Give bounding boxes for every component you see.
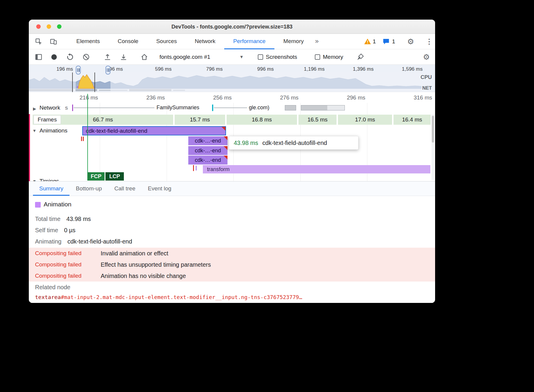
frame-duration: 16.5 ms <box>307 116 328 123</box>
timeline-overview[interactable]: 196 ms 396 ms 596 ms 796 ms 996 ms 1,196… <box>29 65 435 92</box>
overview-time-label: 796 ms <box>206 66 223 72</box>
overview-time-label: 596 ms <box>155 66 172 72</box>
scrollbar-thumb[interactable] <box>432 116 434 143</box>
inspect-element-icon[interactable] <box>35 38 42 45</box>
capture-settings-gear-icon[interactable]: ⚙ <box>423 49 430 65</box>
tab-memory[interactable]: Memory <box>274 34 313 49</box>
zoom-window-button[interactable] <box>57 24 61 29</box>
network-request-tick[interactable] <box>212 105 213 111</box>
overview-time-label: 1,196 ms <box>304 66 325 72</box>
download-profile-icon[interactable] <box>120 53 127 61</box>
animations-expander-icon[interactable]: ▼ <box>32 128 37 133</box>
flame-chart[interactable]: 216 ms 236 ms 256 ms 276 ms 296 ms 316 m… <box>29 92 435 181</box>
related-node-link[interactable]: textarea#mat-input-2.mat-mdc-input-eleme… <box>35 294 302 300</box>
selection-left-handle[interactable] <box>76 66 81 75</box>
animation-event-selected[interactable]: cdk-text-field-autofill-end <box>82 126 226 135</box>
reload-record-button[interactable] <box>66 53 74 61</box>
network-expander-icon[interactable]: ▶ <box>33 106 36 111</box>
network-partial-text: s <box>65 105 68 111</box>
animation-event[interactable]: cdk-…-end <box>188 146 227 155</box>
frame-segment[interactable]: 16.4 ms <box>394 115 431 125</box>
warning-count: 1 <box>373 34 376 49</box>
compositing-failed-reason: Animation has no visible change <box>101 273 186 279</box>
transform-animation-bar[interactable]: transform <box>203 165 430 173</box>
animation-event[interactable]: cdk-…-end <box>188 156 227 165</box>
frame-duration: 16.4 ms <box>402 116 422 123</box>
legend-label: Animation <box>44 201 71 208</box>
record-button[interactable] <box>50 53 58 61</box>
frame-segment[interactable]: 16.8 ms <box>227 115 297 125</box>
fcp-marker-line <box>87 94 88 181</box>
home-icon[interactable] <box>140 53 148 61</box>
device-toolbar-icon[interactable] <box>50 38 57 45</box>
network-request-tick[interactable] <box>72 105 73 111</box>
lcp-badge[interactable]: LCP <box>105 172 124 181</box>
ruler-tick: 256 ms <box>208 94 232 101</box>
memory-checkbox[interactable] <box>315 54 320 60</box>
tab-event-log[interactable]: Event log <box>142 181 178 196</box>
network-track-label[interactable]: Network <box>40 105 60 111</box>
panel-tabs: Elements Console Sources Network Perform… <box>67 34 321 49</box>
details-pane-tabs: Summary Bottom-up Call tree Event log <box>29 181 435 196</box>
network-request-bar[interactable] <box>285 105 296 110</box>
self-time-label: Self time <box>35 227 58 233</box>
tab-sources[interactable]: Sources <box>147 34 186 49</box>
related-node-label: Related node <box>35 284 70 291</box>
kebab-menu-icon[interactable]: ⋮ <box>426 34 433 49</box>
screenshots-checkbox[interactable] <box>258 54 263 60</box>
animation-event[interactable]: cdk-…-end <box>188 136 227 145</box>
tab-performance[interactable]: Performance <box>224 34 274 49</box>
summary-pane: Animation Total time43.98 ms Self time0 … <box>29 196 435 303</box>
tooltip-duration: 43.98 ms <box>234 140 258 146</box>
frame-segment[interactable]: 16.5 ms <box>298 115 336 125</box>
total-time-row: Total time43.98 ms <box>35 216 91 222</box>
cpu-activity-chart <box>29 72 432 92</box>
compositing-warning-row: Compositing failed Animation has no visi… <box>29 270 435 282</box>
tab-call-tree[interactable]: Call tree <box>108 181 142 196</box>
target-selector[interactable]: fonts.google.com #1 <box>159 49 210 65</box>
node-selector: #mat-input-2.mat-mdc-input-element.text-… <box>61 294 302 300</box>
frame-duration: 16.8 ms <box>252 116 272 123</box>
fcp-badge[interactable]: FCP <box>88 172 105 181</box>
issues-icon[interactable] <box>383 38 390 45</box>
network-request-line[interactable] <box>74 108 154 108</box>
memory-label[interactable]: Memory <box>323 49 343 65</box>
frame-segment[interactable]: 15.7 ms <box>175 115 225 125</box>
frames-track-label[interactable]: Frames <box>34 115 61 124</box>
tab-network[interactable]: Network <box>186 34 225 49</box>
selection-right-handle[interactable] <box>105 66 110 75</box>
garbage-collect-icon[interactable] <box>356 53 364 61</box>
timings-track-label[interactable]: Timings <box>40 178 59 181</box>
settings-gear-icon[interactable]: ⚙ <box>407 34 414 49</box>
toggle-sidebar-icon[interactable] <box>35 53 42 61</box>
tab-console[interactable]: Console <box>109 34 147 49</box>
close-window-button[interactable] <box>36 24 41 29</box>
screenshots-label[interactable]: Screenshots <box>266 49 297 65</box>
tab-elements[interactable]: Elements <box>67 34 109 49</box>
more-tabs-icon[interactable]: » <box>313 34 321 49</box>
compositing-failed-corner-icon <box>224 156 227 159</box>
tab-summary[interactable]: Summary <box>33 181 69 196</box>
frame-segment[interactable]: 17.0 ms <box>338 115 392 125</box>
warning-icon[interactable] <box>364 38 371 45</box>
tab-bottom-up[interactable]: Bottom-up <box>69 181 108 196</box>
network-request-bar[interactable] <box>301 105 345 110</box>
timings-expander-icon[interactable]: ▼ <box>32 179 37 181</box>
chevron-down-icon[interactable]: ▾ <box>240 49 243 65</box>
ruler-tick: 316 ms <box>408 94 432 101</box>
network-request-familysummaries[interactable]: FamilySummaries <box>157 105 199 111</box>
upload-profile-icon[interactable] <box>104 53 111 61</box>
performance-toolbar: fonts.google.com #1 ▾ Screenshots Memory… <box>29 49 435 65</box>
vertical-scrollbar[interactable] <box>432 115 434 180</box>
animation-event-label: cdk-…-end <box>195 148 221 154</box>
animating-label: Animating <box>35 238 61 245</box>
network-request-google[interactable]: gle.com) <box>249 105 269 111</box>
tooltip-name: cdk-text-field-autofill-end <box>262 140 327 146</box>
clear-recording-icon[interactable] <box>82 53 90 61</box>
compositing-failed-label: Compositing failed <box>35 273 94 279</box>
minimize-window-button[interactable] <box>47 24 51 29</box>
compositing-warning-row: Compositing failed Effect has unsupporte… <box>29 259 435 270</box>
network-request-line[interactable] <box>214 108 247 108</box>
animations-track-label[interactable]: Animations <box>40 127 67 134</box>
animation-legend-swatch <box>35 202 41 208</box>
